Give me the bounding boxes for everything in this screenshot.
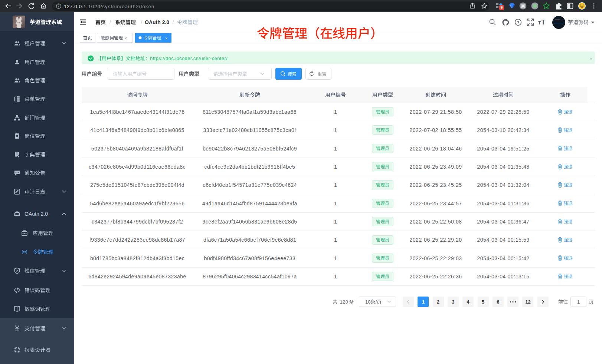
svg-text:1: 1 xyxy=(334,219,337,225)
svg-text:T: T xyxy=(538,20,541,26)
svg-text:2022-06-25 22:29:03: 2022-06-25 22:29:03 xyxy=(409,255,462,261)
svg-text:6d842e2924594de9a09e45e087323a: 6d842e2924594de9a09e45e087323abe xyxy=(88,274,186,279)
svg-text:2054-03-10 20:42:34: 2054-03-10 20:42:34 xyxy=(477,127,529,133)
svg-text:/: / xyxy=(173,19,174,25)
svg-text:f9336e7c7dd242a283ee98dc86b17a: f9336e7c7dd242a283ee98dc86b17a87 xyxy=(89,237,185,243)
svg-text:1: 1 xyxy=(334,164,337,170)
svg-text:49d1aa46d1454fbd87591444423be9: 49d1aa46d1454fbd87591444423be9fa xyxy=(202,201,297,206)
svg-text:2022-06-25 23:49:09: 2022-06-25 23:49:09 xyxy=(409,164,462,170)
svg-text:4: 4 xyxy=(467,299,470,305)
svg-text:275e5de9151045fe87cbdc395e004f: 275e5de9151045fe87cbdc395e004f4d xyxy=(90,182,184,188)
svg-text:c347026e805e4d99b0d116eae66eda: c347026e805e4d99b0d116eae66eda8c xyxy=(89,164,186,170)
svg-text:1: 1 xyxy=(334,182,337,188)
svg-text:9ce8ef2aa9f14056b831ae9b608e28: 9ce8ef2aa9f14056b831ae9b608e28d5 xyxy=(203,219,297,225)
svg-text:8796295f04064c2983414cc54af109: 8796295f04064c2983414cc54af1097a xyxy=(203,274,297,279)
svg-text:×: × xyxy=(125,36,127,40)
svg-text:1: 1 xyxy=(334,109,337,115)
svg-text:T: T xyxy=(541,18,546,26)
svg-text:2022-07-02 18:55:55: 2022-07-02 18:55:55 xyxy=(409,127,462,133)
svg-text:1: 1 xyxy=(422,299,425,305)
svg-text:2054-03-04 00:15:42: 2054-03-04 00:15:42 xyxy=(477,255,529,261)
svg-text:2054-03-04 01:32:04: 2054-03-04 01:32:04 xyxy=(477,182,529,188)
svg-text:41c41346a548490f9dc8b01c6bfe08: 41c41346a548490f9dc8b01c6bfe0865 xyxy=(90,127,184,133)
svg-text:⌘: ⌘ xyxy=(521,3,526,9)
svg-text:/: / xyxy=(141,19,143,25)
svg-text:2022-06-25 22:26:36: 2022-06-25 22:26:36 xyxy=(409,274,462,279)
svg-text:OAuth 2.0: OAuth 2.0 xyxy=(145,19,169,25)
svg-text:10: 10 xyxy=(365,299,370,305)
svg-text:×: × xyxy=(165,36,167,40)
svg-text:127.0.0.1: 127.0.0.1 xyxy=(64,4,86,9)
svg-text:1ea5e44f8bc1467aaede43144f31de: 1ea5e44f8bc1467aaede43144f31de76 xyxy=(90,109,185,115)
svg-text:1: 1 xyxy=(577,299,580,305)
svg-text:2054-03-04 00:13:15: 2054-03-04 00:13:15 xyxy=(477,274,529,279)
svg-text:333ecfc71e02480cb11055c875c3ca: 333ecfc71e02480cb11055c875c3ca0f xyxy=(203,127,296,133)
svg-text:https://doc.iocoder.cn/user-ce: https://doc.iocoder.cn/user-center/ xyxy=(150,56,228,61)
svg-text:2022-07-29 22:28:50: 2022-07-29 22:28:50 xyxy=(477,109,529,115)
svg-text:502375b8040a469a9b82188afdf6af: 502375b8040a469a9b82188afdf6af1f xyxy=(91,146,183,152)
svg-text:6: 6 xyxy=(497,299,499,305)
svg-text:1: 1 xyxy=(334,201,337,206)
svg-text:5: 5 xyxy=(482,299,484,305)
svg-text:811c530487574fa0af1a59d3abc1aa: 811c530487574fa0af1a59d3abc1aa66 xyxy=(203,109,297,115)
svg-text:2022-06-25 22:29:20: 2022-06-25 22:29:20 xyxy=(409,237,462,243)
svg-text:2022-06-25 23:44:57: 2022-06-25 23:44:57 xyxy=(409,201,462,206)
svg-text:2054-03-04 01:31:36: 2054-03-04 01:31:36 xyxy=(477,201,529,206)
svg-text:dfa6c71a50a54c66bef706ef9e6e8d: dfa6c71a50a54c66bef706ef9e6e8d81 xyxy=(203,237,296,243)
svg-text:54d6be82ee5a460a9aedc1f9bf2236: 54d6be82ee5a460a9aedc1f9bf223656 xyxy=(90,201,185,206)
svg-text:3: 3 xyxy=(452,299,454,305)
svg-text:e6cfd40eb1f54571a31e775e039c46: e6cfd40eb1f54571a31e775e039c4624 xyxy=(203,182,297,188)
svg-text:/: / xyxy=(109,19,111,25)
svg-text:cdfc4ce9c2da4bb1bdf21b9918ff4b: cdfc4ce9c2da4bb1bdf21b9918ff4be5 xyxy=(205,164,295,170)
svg-text:2054-03-04 19:51:25: 2054-03-04 19:51:25 xyxy=(477,146,529,152)
svg-text:b0d1785bc3a8482f812db4a3f3bd15: b0d1785bc3a8482f812db4a3f3bd15ec xyxy=(90,255,184,261)
svg-text:120: 120 xyxy=(340,299,349,305)
svg-text:2054-03-04 01:35:48: 2054-03-04 01:35:48 xyxy=(477,164,529,170)
svg-text:2054-03-04 00:36:47: 2054-03-04 00:36:47 xyxy=(477,219,529,225)
svg-text:9: 9 xyxy=(501,6,503,10)
svg-text:be90422b8c7946218275a508bf524f: be90422b8c7946218275a508bf524fc9 xyxy=(203,146,297,152)
svg-text:×: × xyxy=(590,56,592,61)
svg-text:2022-06-25 22:50:08: 2022-06-25 22:50:08 xyxy=(409,219,462,225)
svg-text:2022-06-26 18:04:46: 2022-06-26 18:04:46 xyxy=(409,146,462,152)
svg-text:2054-03-04 00:15:59: 2054-03-04 00:15:59 xyxy=(477,237,529,243)
svg-text::1024/system/oauth2/token: :1024/system/oauth2/token xyxy=(86,4,154,9)
svg-text:2022-06-25 23:45:25: 2022-06-25 23:45:25 xyxy=(409,182,462,188)
svg-text:1: 1 xyxy=(334,237,337,243)
svg-text:1: 1 xyxy=(334,255,337,261)
svg-text:/: / xyxy=(376,299,377,305)
svg-text:1: 1 xyxy=(334,274,337,279)
svg-text:12: 12 xyxy=(525,299,530,305)
svg-text:c342377bf8b344799dcbf7bf095287: c342377bf8b344799dcbf7bf095287f2 xyxy=(92,219,183,225)
svg-text:b0df4980ffd34c67a08f9156e4eee7: b0df4980ffd34c67a08f9156e4eee733 xyxy=(204,255,295,261)
svg-text:1: 1 xyxy=(334,146,337,152)
svg-text:2: 2 xyxy=(437,299,439,305)
svg-text:?: ? xyxy=(517,20,519,25)
svg-text:OAuth 2.0: OAuth 2.0 xyxy=(24,211,48,217)
svg-text:2022-07-29 21:58:50: 2022-07-29 21:58:50 xyxy=(409,109,462,115)
svg-text:1: 1 xyxy=(334,127,337,133)
